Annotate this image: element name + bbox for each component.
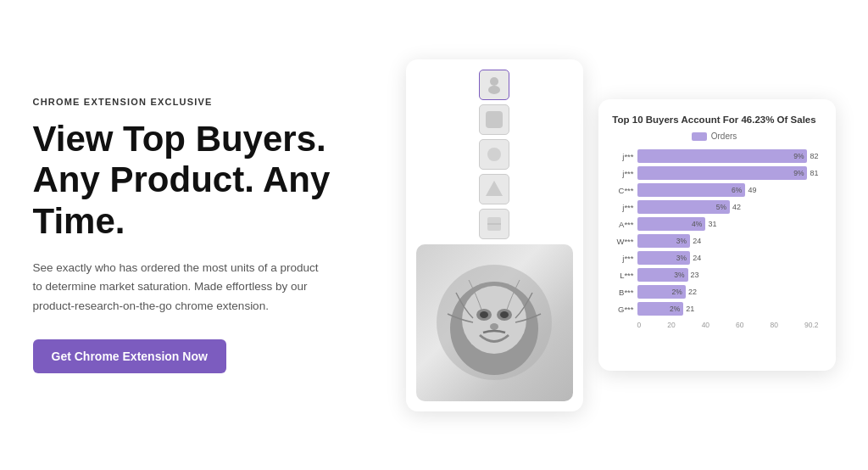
chart-row: j*** 9% 81 [610,166,819,180]
bar-track: 2% 21 [637,302,819,316]
left-section: CHROME EXTENSION EXCLUSIVE View Top Buye… [33,97,355,373]
bar-pct: 2% [670,305,680,313]
svg-point-14 [490,323,498,330]
bar-track: 2% 22 [637,285,819,299]
legend-color-swatch [692,132,707,141]
bar-track: 4% 31 [637,217,819,231]
bar-pct: 9% [793,169,804,177]
bar-fill: 9% [637,149,808,163]
chart-row: A*** 4% 31 [610,217,819,231]
chart-row: j*** 5% 42 [610,200,819,214]
bar-fill: 2% [637,302,684,316]
bar-value: 49 [748,186,756,194]
chart-title: Top 10 Buyers Account For 46.23% Of Sale… [610,115,819,125]
badge-label: CHROME EXTENSION EXCLUSIVE [33,97,355,107]
thumbnail-4[interactable] [479,174,509,204]
bar-fill: 3% [637,234,691,248]
bar-pct: 9% [793,152,804,160]
cta-button[interactable]: Get Chrome Extension Now [33,339,226,373]
buyer-label: j*** [610,203,634,212]
svg-point-1 [488,86,500,94]
svg-point-12 [480,311,488,318]
bar-fill: 4% [637,217,706,231]
bar-fill: 5% [637,200,731,214]
bar-track: 6% 49 [637,183,819,197]
chart-row: W*** 3% 24 [610,234,819,248]
bar-track: 3% 23 [637,268,819,282]
bar-value: 21 [686,305,694,313]
bar-value: 82 [810,152,818,160]
thumbnail-1[interactable] [479,70,509,100]
bar-value: 31 [708,220,716,228]
chart-row: L*** 3% 23 [610,268,819,282]
axis-tick: 90.2 [804,321,819,329]
chart-row: G*** 2% 21 [610,302,819,316]
axis-tick: 80 [771,321,778,329]
legend-label: Orders [711,131,737,141]
bar-value: 81 [810,169,818,177]
axis-tick: 0 [637,321,642,329]
bar-track: 3% 24 [637,251,819,265]
chart-card: Top 10 Buyers Account For 46.23% Of Sale… [598,99,836,371]
axis-tick: 40 [702,321,709,329]
buyer-label: G*** [610,305,634,314]
chart-row: C*** 6% 49 [610,183,819,197]
buyer-label: W*** [610,237,634,246]
bar-pct: 3% [676,254,687,262]
svg-point-9 [462,286,526,354]
bar-pct: 5% [716,203,726,211]
buyer-label: L*** [610,271,634,280]
buyer-label: B*** [610,288,634,297]
bar-pct: 3% [674,271,684,279]
buyer-label: C*** [610,186,634,195]
product-art-icon [431,259,558,386]
bar-value: 24 [693,254,701,262]
svg-point-0 [490,77,498,86]
svg-point-13 [500,311,509,318]
chart-axis: 02040608090.2 [610,321,819,329]
buyer-label: A*** [610,220,634,229]
bar-track: 3% 24 [637,234,819,248]
buyer-label: j*** [610,169,634,178]
svg-rect-2 [486,111,503,128]
right-section: Top 10 Buyers Account For 46.23% Of Sale… [406,59,836,411]
bar-track: 5% 42 [637,200,819,214]
bar-fill: 3% [637,268,688,282]
chart-row: B*** 2% 22 [610,285,819,299]
bar-pct: 2% [672,288,682,296]
headline: View Top Buyers. Any Product. Any Time. [33,119,355,242]
bar-value: 23 [691,271,699,279]
bar-pct: 4% [692,220,702,228]
chart-legend: Orders [610,131,819,141]
svg-marker-4 [486,181,503,196]
svg-point-3 [487,148,501,161]
axis-tick: 20 [667,321,675,329]
bar-fill: 9% [637,166,808,180]
thumbnail-5[interactable] [479,209,509,239]
main-container: CHROME EXTENSION EXCLUSIVE View Top Buye… [0,0,868,470]
buyer-label: j*** [610,152,634,161]
thumbnail-3[interactable] [479,139,509,170]
bar-track: 9% 81 [637,166,819,180]
chart-row: j*** 9% 82 [610,149,819,163]
bar-fill: 6% [637,183,746,197]
chart-row: j*** 3% 24 [610,251,819,265]
bar-value: 24 [693,237,701,245]
bar-track: 9% 82 [637,149,819,163]
bar-fill: 2% [637,285,686,299]
buyer-label: j*** [610,254,634,263]
description: See exactly who has ordered the most uni… [33,259,321,316]
bar-value: 22 [688,288,697,296]
axis-tick: 60 [736,321,743,329]
product-card [406,59,583,411]
chart-body: j*** 9% 82 j*** 9% 81 C*** 6% 49 [610,149,819,316]
bar-pct: 3% [676,237,687,245]
bar-pct: 6% [732,186,742,194]
product-main-image [416,244,573,401]
bar-value: 42 [732,203,741,211]
thumbnail-2[interactable] [479,104,509,135]
bar-fill: 3% [637,251,691,265]
thumbnail-list [479,70,509,239]
